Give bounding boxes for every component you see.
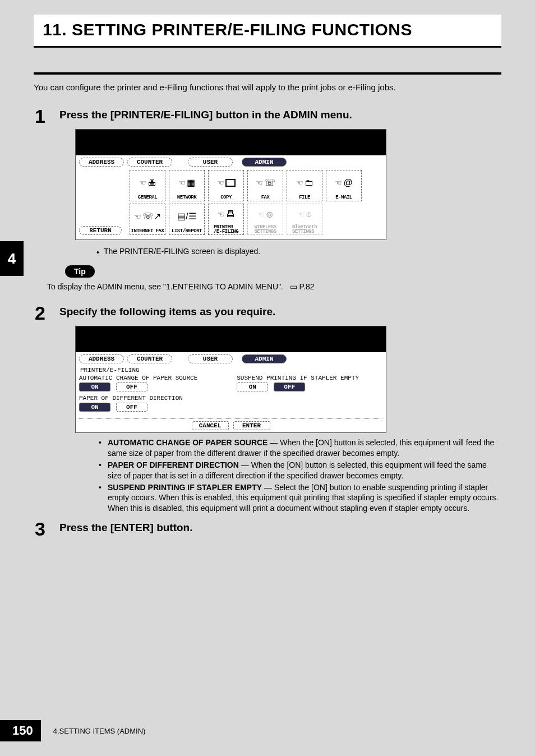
bluetooth-icon: ⌽ <box>306 209 312 219</box>
diff-dir-on-button[interactable]: ON <box>79 403 110 412</box>
suspend-off-button[interactable]: OFF <box>274 382 305 391</box>
bullet-icon: • <box>96 248 99 256</box>
printer-icon: 🖶 <box>147 178 156 188</box>
step-2: 2 Specify the following items as you req… <box>34 306 501 318</box>
step-3-title: Press the [ENTER] button. <box>59 522 501 534</box>
option-descriptions: AUTOMATIC CHANGE OF PAPER SOURCE — When … <box>82 437 501 514</box>
cancel-button[interactable]: CANCEL <box>192 421 229 430</box>
hand-icon: ☜ <box>218 210 225 219</box>
hand-icon: ☜ <box>178 178 186 187</box>
hand-icon: ☜ <box>298 210 305 219</box>
diff-dir-off-button[interactable]: OFF <box>116 403 147 412</box>
hand-icon: ☜ <box>134 212 141 221</box>
btn-list-report[interactable]: ▤/☰ LIST/REPORT <box>169 204 205 235</box>
btn-copy[interactable]: ☜ COPY <box>208 170 244 201</box>
chapter-title: 11. SETTING PRINTER/E-FILING FUNCTIONS <box>43 20 492 39</box>
tab-admin[interactable]: ADMIN <box>242 354 287 363</box>
file-icon: 🗀 <box>305 178 313 188</box>
step-1-title: Press the [PRINTER/E-FILING] button in t… <box>59 109 501 121</box>
step-1-note-row: • The PRINTER/E-FILING screen is display… <box>82 245 501 260</box>
printer-efiling-icon: 🖶 <box>226 209 235 219</box>
divider-rule <box>34 72 501 75</box>
page-footer: 150 4.SETTING ITEMS (ADMIN) <box>0 720 145 741</box>
fax-icon: ☏ <box>264 177 275 188</box>
step-number: 2 <box>35 302 45 324</box>
btn-file[interactable]: ☜🗀 FILE <box>287 170 322 201</box>
opt-auto-source-title: AUTOMATIC CHANGE OF PAPER SOURCE <box>79 375 197 381</box>
top-tab-row: ADDRESS COUNTER USER ADMIN <box>79 354 382 363</box>
chapter-header: 11. SETTING PRINTER/E-FILING FUNCTIONS <box>34 15 501 48</box>
tab-address[interactable]: ADDRESS <box>79 354 124 363</box>
auto-source-off-button[interactable]: OFF <box>116 382 147 391</box>
hand-icon: ☜ <box>256 178 263 187</box>
btn-general[interactable]: ☜🖶 GENERAL <box>130 170 165 201</box>
tip-badge: Tip <box>65 265 95 278</box>
screenshot-printer-efiling-settings: ADDRESS COUNTER USER ADMIN PRINTER/E-FIL… <box>75 326 501 433</box>
hand-icon: ☜ <box>257 210 265 219</box>
tab-user[interactable]: USER <box>188 354 233 363</box>
desc-diff-dir: PAPER OF DIFFERENT DIRECTION — When the … <box>96 460 501 481</box>
opt-diff-dir-title: PAPER OF DIFFERENT DIRECTION <box>79 395 197 402</box>
desc-suspend: SUSPEND PRINTING IF STAPLER EMPTY — Sele… <box>96 482 501 514</box>
return-button[interactable]: RETURN <box>79 226 122 235</box>
step-2-title: Specify the following items as you requi… <box>59 306 501 318</box>
enter-button[interactable]: ENTER <box>233 421 270 430</box>
opt-suspend-title: SUSPEND PRINTING IF STAPLER EMPTY <box>237 375 359 381</box>
divider-dotted <box>79 418 382 419</box>
hand-icon: ☜ <box>335 178 342 187</box>
hand-icon: ☜ <box>217 178 224 187</box>
btn-wireless-settings: ☜⊚ WIRELESS SETTINGS <box>247 204 283 235</box>
btn-bluetooth-settings: ☜⌽ Bluetooth SETTINGS <box>287 204 322 235</box>
book-icon: ▭ <box>290 282 297 291</box>
btn-fax[interactable]: ☜☏ FAX <box>247 170 283 201</box>
hand-icon: ☜ <box>139 178 146 187</box>
desc-auto-source: AUTOMATIC CHANGE OF PAPER SOURCE — When … <box>96 437 501 459</box>
intro-text: You can configure the printer and e-Fili… <box>34 82 501 92</box>
step-number: 3 <box>35 518 45 540</box>
tip-text: To display the ADMIN menu, see "1.ENTERI… <box>47 282 501 291</box>
chapter-side-tab: 4 <box>0 241 24 276</box>
tab-admin[interactable]: ADMIN <box>242 158 287 167</box>
breadcrumb: PRINTER/E-FILING <box>80 367 382 374</box>
wireless-icon: ⊚ <box>266 209 273 220</box>
tip-page-ref: P.82 <box>299 282 315 291</box>
step-number: 1 <box>35 105 45 127</box>
suspend-on-button[interactable]: ON <box>237 382 268 391</box>
page-number: 150 <box>0 720 41 741</box>
tab-user[interactable]: USER <box>188 158 233 167</box>
step-1-note: The PRINTER/E-FILING screen is displayed… <box>104 247 260 256</box>
step-3: 3 Press the [ENTER] button. <box>34 522 501 534</box>
hand-icon: ☜ <box>296 178 303 187</box>
tab-counter[interactable]: COUNTER <box>127 354 172 363</box>
btn-network[interactable]: ☜▦ NETWORK <box>169 170 205 201</box>
tab-counter[interactable]: COUNTER <box>127 158 172 167</box>
internet-fax-icon: ☏↗ <box>142 211 161 222</box>
top-tab-row: ADDRESS COUNTER USER ADMIN <box>79 158 382 167</box>
network-icon: ▦ <box>187 177 195 188</box>
step-1: 1 Press the [PRINTER/E-FILING] button in… <box>34 109 501 121</box>
btn-internet-fax[interactable]: ☜☏↗ INTERNET FAX <box>130 204 165 235</box>
btn-printer-efiling[interactable]: ☜🖶 PRINTER /E-FILING <box>208 204 244 235</box>
footer-section: 4.SETTING ITEMS (ADMIN) <box>53 727 146 735</box>
copy-icon <box>225 179 236 187</box>
list-report-icon: ▤/☰ <box>177 211 196 222</box>
btn-email[interactable]: ☜@ E-MAIL <box>326 170 362 201</box>
screen-header-black <box>76 326 386 352</box>
screenshot-admin-menu: ADDRESS COUNTER USER ADMIN ☜🖶 GENERAL ☜▦ <box>75 129 501 240</box>
screen-header-black <box>76 130 386 155</box>
email-icon: @ <box>343 178 352 188</box>
tab-address[interactable]: ADDRESS <box>79 158 124 167</box>
auto-source-on-button[interactable]: ON <box>79 382 110 391</box>
